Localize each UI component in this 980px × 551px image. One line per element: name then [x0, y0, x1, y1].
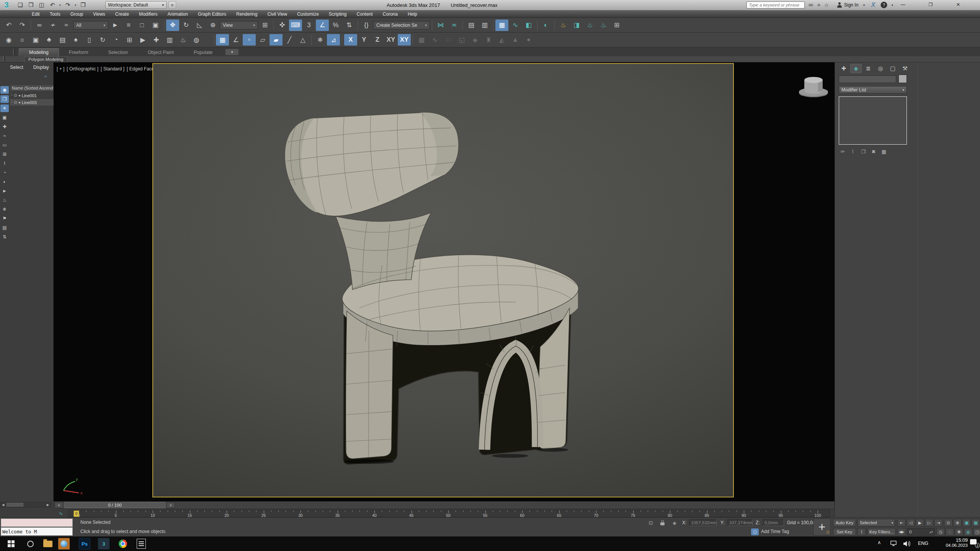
modifier-stack[interactable]	[839, 96, 907, 145]
object-name-field[interactable]	[839, 75, 896, 83]
play-animation-button[interactable]: ▶	[916, 519, 924, 527]
snaps-xy-toggle-button[interactable]: XY	[398, 34, 411, 46]
visibility-eye-icon[interactable]: ⊙	[14, 100, 17, 105]
menu-animation[interactable]: Animation	[163, 10, 193, 18]
menu-views[interactable]: Views	[88, 10, 110, 18]
taskbar-clock[interactable]: 15:09 04.06.2023	[937, 538, 968, 548]
ribbon-grip[interactable]	[3, 55, 5, 62]
help-button[interactable]: ?	[880, 2, 887, 8]
current-frame-field[interactable]: 0 ▴▾	[907, 528, 935, 536]
filter-materials-button[interactable]: ◐	[0, 178, 9, 186]
filter-spacewarps-button[interactable]: ≈	[0, 132, 9, 140]
filter-frozen-button[interactable]: ❄	[0, 205, 9, 213]
zoom-extents-button[interactable]: ▣	[962, 519, 971, 527]
select-and-scale-button[interactable]: ◺	[193, 20, 206, 31]
pan-view-button[interactable]: ✥	[955, 528, 963, 536]
disabled-sphere-button[interactable]: ●	[522, 34, 535, 46]
set-keys-button[interactable]: + ⚿	[813, 518, 831, 536]
redo-button[interactable]: ↷	[63, 1, 73, 9]
active-viewport[interactable]	[152, 63, 734, 497]
snap-use-axis-constraints-button[interactable]: ⊿	[327, 34, 340, 46]
filter-display-button[interactable]: ▤	[0, 224, 9, 231]
time-slider-handle[interactable]: 0 / 100	[64, 502, 166, 508]
undo-flyout-button[interactable]: ▾	[58, 1, 62, 9]
disabled-pattern-button[interactable]: ▩	[415, 34, 428, 46]
action-center-icon[interactable]: 2	[970, 539, 978, 547]
select-and-rotate-button[interactable]: ↻	[180, 20, 193, 31]
zoom-button[interactable]: ⊙	[944, 519, 952, 527]
filter-bones-button[interactable]: ⌇	[0, 160, 9, 167]
filter-cameras-button[interactable]: ▣	[0, 114, 9, 121]
snap-angle-button[interactable]: ∠	[229, 34, 242, 46]
make-unique-button[interactable]: ❒	[859, 147, 868, 156]
menu-tools[interactable]: Tools	[45, 10, 65, 18]
autodesk-exchange-icon[interactable]: X	[868, 0, 878, 10]
snap-face-button[interactable]: ▰	[270, 34, 283, 46]
app-logo-icon[interactable]: 3	[1, 0, 12, 10]
y-coordinate-field[interactable]: 337,274mm	[727, 519, 753, 526]
menu-graph-editors[interactable]: Graph Editors	[193, 10, 231, 18]
mini-curve-editor-button[interactable]: ∿	[56, 510, 66, 517]
bind-to-space-warp-button[interactable]: ≈	[60, 20, 73, 31]
filter-shapes-button[interactable]: ❐	[0, 95, 9, 103]
toggle-ribbon-button[interactable]: ▦	[495, 20, 508, 31]
taskbar-search-button[interactable]	[24, 538, 36, 549]
filter-helpers-button[interactable]: ✚	[0, 123, 9, 130]
filter-lights-button[interactable]: ☀	[0, 104, 9, 112]
help-caret-icon[interactable]: ▾	[888, 1, 897, 9]
list-item[interactable]: └ ⊙ ● Line003	[10, 99, 54, 106]
menu-corona[interactable]: Corona	[378, 10, 403, 18]
create-light-button[interactable]: ◉	[2, 34, 15, 46]
sheet-tool-button[interactable]: ▥	[163, 34, 176, 46]
snap-endpoint-button[interactable]: △	[296, 34, 309, 46]
material-editor-button[interactable]: ◐	[539, 20, 552, 31]
maximize-viewport-toggle-button[interactable]: ◳	[973, 528, 980, 536]
next-frame-arrow[interactable]: >	[167, 502, 175, 508]
minimize-button[interactable]: —	[896, 0, 910, 9]
loop-tool-button[interactable]: ↻	[96, 34, 109, 46]
create-tree-button[interactable]: ♠	[69, 34, 82, 46]
add-time-tag[interactable]: Add Time Tag	[761, 529, 789, 534]
viewport-container[interactable]: [ + ] [ Orthographic ] [ Standard ] [ Ed…	[54, 62, 835, 501]
maxscript-mini-listener[interactable]: Welcome to M	[1, 527, 73, 536]
create-tab-button[interactable]: ✚	[838, 64, 849, 73]
explorer-column-header[interactable]: Name (Sorted Ascend	[10, 85, 54, 91]
previous-frame-button[interactable]: ◁	[906, 519, 915, 527]
filter-groups-button[interactable]: ▭	[0, 141, 9, 149]
disabled-points-button[interactable]: ∷	[442, 34, 455, 46]
timeline-playhead[interactable]: 0	[74, 510, 79, 517]
filter-containers-button[interactable]: ◔	[0, 169, 9, 176]
time-tag-icon[interactable]: ⬡	[751, 528, 759, 535]
ribbon-minimize-button[interactable]: ▾	[225, 49, 238, 55]
start-button[interactable]	[5, 538, 17, 549]
mirror-button[interactable]: ⋈	[434, 20, 447, 31]
percent-snap-toggle-button[interactable]: %	[329, 20, 342, 31]
modifier-list-dropdown[interactable]: Modifier List ▾	[839, 86, 907, 94]
taskbar-app-3ds[interactable]: 3	[98, 538, 109, 549]
utilities-tab-button[interactable]: ⚒	[899, 64, 911, 73]
create-foliage-button[interactable]: ♣	[42, 34, 56, 46]
keyboard-shortcut-override-button[interactable]: ⌨	[289, 20, 302, 31]
polygon-modeling-panel[interactable]: Polygon Modeling	[24, 56, 67, 62]
selection-filter-dropdown[interactable]: All▾	[73, 21, 108, 29]
filter-selection-button[interactable]: ►	[0, 187, 9, 195]
object-name[interactable]: Line001	[22, 93, 37, 98]
communication-center-icon[interactable]: ✧	[815, 1, 823, 9]
disabled-gizmo-button[interactable]: ◈	[469, 34, 482, 46]
absolute-offset-mode-icon[interactable]: ◈	[670, 519, 679, 527]
orbit-button[interactable]: ◍	[964, 528, 972, 536]
tray-expand-icon[interactable]: ∧	[877, 540, 881, 545]
list-item[interactable]: └ ⊙ ● Line001	[10, 92, 54, 99]
tab-selection[interactable]: Selection	[98, 49, 137, 56]
select-by-name-button[interactable]: ≡	[122, 20, 135, 31]
z-coordinate-field[interactable]: 0,0mm	[763, 519, 784, 526]
restrict-to-x-button[interactable]: X	[344, 34, 357, 46]
layer-list-button[interactable]: ▤	[56, 34, 69, 46]
restrict-to-z-button[interactable]: Z	[371, 34, 384, 46]
render-production-button[interactable]: ♨	[597, 20, 610, 31]
stats-view-button[interactable]: ◔	[109, 34, 122, 46]
restrict-to-xy-plane-button[interactable]: XY	[384, 34, 397, 46]
x-coordinate-field[interactable]: 1057,532mm	[689, 519, 717, 526]
menu-customize[interactable]: Customize	[292, 10, 324, 18]
restore-button[interactable]: ❐	[923, 0, 938, 9]
